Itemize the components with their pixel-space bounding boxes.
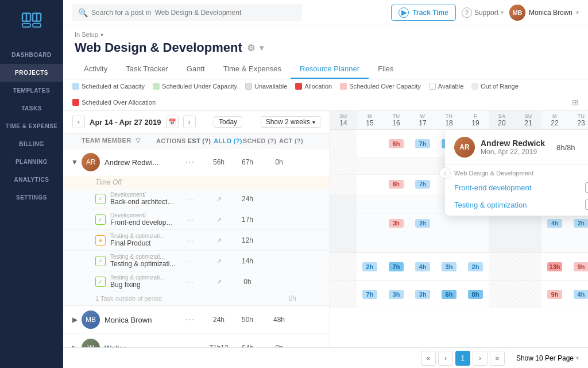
hour-ar-17[interactable]: 7h	[415, 139, 430, 148]
task-actions-4[interactable]: ···	[176, 277, 204, 286]
hour-w-19[interactable]: 8h	[468, 290, 483, 299]
task-name-1: Front-end developm...	[110, 218, 176, 227]
member-sched-monica: 48h	[262, 316, 296, 324]
tab-time-expenses[interactable]: Time & Expenses	[214, 60, 291, 79]
day-header-21: SU21	[515, 111, 541, 129]
hour-w-18[interactable]: 6h	[442, 290, 457, 299]
popup-task-row-0: Front-end development ☐ 4h	[445, 179, 588, 196]
hour-w-22[interactable]: 9h	[547, 290, 562, 299]
weeks-label: Show 2 weeks	[266, 118, 310, 126]
page-1-button[interactable]: 1	[455, 351, 470, 366]
cal-cell-mb-16: 7h	[383, 253, 409, 280]
search-box[interactable]: 🔍	[72, 4, 302, 21]
main-content: 🔍 ▶ Track Time ? Support ▾ MB Monica Bro…	[63, 0, 588, 368]
tab-files[interactable]: Files	[369, 60, 403, 79]
tab-resource-planner[interactable]: Resource Planner	[291, 60, 369, 79]
prev-period-button[interactable]: ‹	[72, 116, 85, 128]
day-header-17: W17	[409, 111, 436, 129]
settings-icon[interactable]: ⚙	[247, 43, 255, 53]
popup-member-date: Mon, Apr 22, 2019	[481, 148, 545, 156]
popup-task-name-1[interactable]: Testing & optimization	[454, 201, 581, 209]
search-input[interactable]	[91, 9, 296, 17]
next-period-button[interactable]: ›	[183, 116, 196, 128]
sidebar-item-dashboard[interactable]: DASHBOARD	[0, 46, 63, 64]
hour-mb-17[interactable]: 4h	[415, 262, 430, 271]
grid-view-icon[interactable]: ⊞	[572, 98, 579, 107]
task3-h17[interactable]: 2h	[415, 219, 430, 228]
filter-icon[interactable]: ▽	[136, 137, 140, 144]
hour-mb-18[interactable]: 3h	[442, 262, 457, 271]
task-name-4: Bug fixing	[110, 281, 176, 289]
cal-cell-w-19: 8h	[462, 281, 489, 308]
page-prev-button[interactable]: ‹	[438, 351, 453, 366]
hour-w-23[interactable]: 4h	[574, 290, 588, 299]
calendar-icon-button[interactable]: 📅	[166, 116, 179, 128]
task-actions-2[interactable]: ···	[176, 236, 204, 245]
task-allo-0: ↗	[204, 194, 233, 203]
sidebar-item-time-expense[interactable]: TIME & EXPENSE	[0, 117, 63, 135]
today-button[interactable]: Today	[214, 116, 242, 128]
col-sched-header: SCHED (?)	[242, 137, 277, 144]
tab-gantt[interactable]: Gantt	[177, 60, 214, 79]
cal-cell-ar-16: 6h	[383, 130, 409, 157]
member-actions-monica[interactable]: ···	[176, 315, 204, 325]
track-time-button[interactable]: ▶ Track Time	[391, 5, 455, 21]
popup-task-row-1: Testing & optimization ☐ 4h	[445, 196, 588, 216]
hour-mb-19[interactable]: 2h	[468, 262, 483, 271]
hour-w-17[interactable]: 3h	[415, 290, 430, 299]
user-chevron-icon: ▾	[576, 9, 579, 16]
member-row-walter: ▶ W Walter ··· 71h12 64h 0h	[63, 334, 330, 347]
hour-w-15[interactable]: 7h	[362, 290, 377, 299]
sidebar-item-templates[interactable]: TEMPLATES	[0, 82, 63, 99]
weeks-chevron-icon: ▾	[312, 119, 315, 125]
task3-h22[interactable]: 4h	[547, 219, 562, 228]
show-weeks-button[interactable]: Show 2 weeks ▾	[261, 116, 320, 128]
hour-mb-23[interactable]: 9h	[574, 262, 588, 271]
hour-w-16[interactable]: 3h	[389, 290, 404, 299]
expand-monica-button[interactable]: ▶	[68, 316, 82, 324]
sidebar-item-settings[interactable]: SETTINGS	[0, 189, 63, 206]
user-menu-button[interactable]: MB Monica Brown ▾	[509, 5, 579, 21]
hour-ar-16[interactable]: 6h	[389, 139, 404, 148]
task1-h16[interactable]: 6h	[389, 180, 404, 189]
tab-activity[interactable]: Activity	[75, 60, 117, 79]
task3-h23[interactable]: 2h	[574, 219, 588, 228]
sidebar-item-tasks[interactable]: TASKS	[0, 99, 63, 117]
legend-label-over-capacity: Scheduled Over Capacity	[349, 83, 421, 90]
member-actions-andrew[interactable]: ···	[176, 157, 204, 167]
task3-h16[interactable]: 3h	[389, 219, 404, 228]
task-actions-3[interactable]: ···	[176, 256, 204, 266]
sidebar-item-billing[interactable]: BILLING	[0, 135, 63, 153]
page-first-button[interactable]: «	[421, 351, 436, 366]
popup-task-name-0[interactable]: Front-end development	[454, 183, 581, 192]
content-area: Scheduled at Capacity Scheduled Under Ca…	[63, 79, 588, 368]
support-button[interactable]: ? Support ▾	[462, 7, 504, 18]
page-next-button[interactable]: ›	[473, 351, 488, 366]
timeoff-15	[357, 158, 383, 174]
popup-hours: 8h/8h	[556, 143, 575, 152]
outside-period-row: 1 Task outside of period 0h	[63, 292, 330, 305]
page-last-button[interactable]: »	[490, 351, 505, 366]
hour-mb-22[interactable]: 13h	[547, 262, 563, 271]
table-header: TEAM MEMBER ▽ ACTIONS EST (?) ALLO (?) S…	[63, 133, 330, 148]
task1-h17[interactable]: 7h	[415, 180, 430, 189]
popup-prev-button[interactable]: ‹	[439, 167, 451, 179]
legend-label-allocation: Allocation	[304, 83, 332, 90]
member-actions-walter[interactable]: ···	[176, 343, 204, 347]
task3-22: 4h	[541, 214, 568, 233]
sidebar-item-planning[interactable]: PLANNING	[0, 153, 63, 171]
outside-period-est: 0h	[289, 294, 325, 302]
expand-andrew-button[interactable]: ▼	[68, 158, 82, 166]
task3-18	[436, 214, 462, 233]
task-name-3: Testing & optimizati...	[110, 260, 176, 268]
hour-mb-16[interactable]: 7h	[389, 262, 404, 271]
cal-row-monica: 2h 7h 4h 3h 2h 13h 9h 7h 2h 1h	[330, 253, 588, 281]
sidebar-item-analytics[interactable]: ANALYTICS	[0, 171, 63, 189]
sidebar-item-projects[interactable]: PROJECTS	[0, 64, 63, 82]
task-actions-0[interactable]: ···	[176, 194, 204, 204]
per-page-selector[interactable]: Show 10 Per Page	[516, 354, 574, 362]
task-actions-1[interactable]: ···	[176, 215, 204, 224]
legend-scheduled-over-allocation: Scheduled Over Allocation	[72, 99, 156, 106]
hour-mb-15[interactable]: 2h	[362, 262, 377, 271]
tab-task-tracker[interactable]: Task Tracker	[117, 60, 177, 79]
